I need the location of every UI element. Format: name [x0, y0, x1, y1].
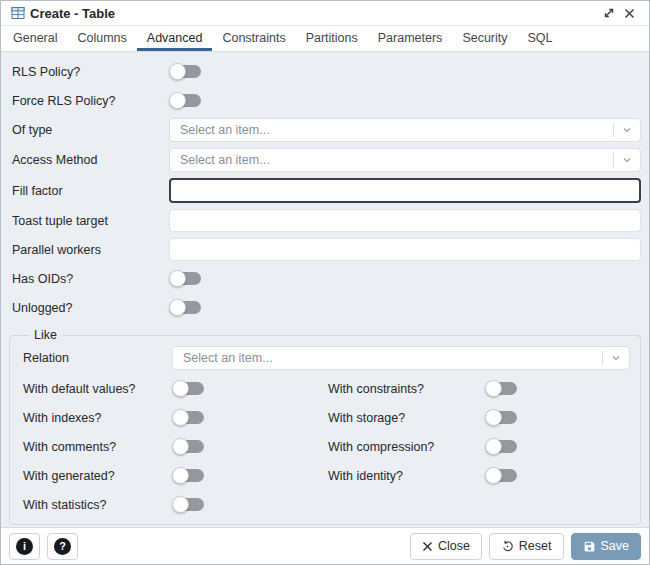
dialog-title: Create - Table [30, 6, 115, 21]
info-icon: i [16, 538, 33, 555]
create-table-dialog: Create - Table General Columns Advanced … [0, 0, 650, 565]
tab-columns[interactable]: Columns [67, 27, 136, 51]
with-compression-label: With compression? [325, 440, 485, 454]
fill-factor-label: Fill factor [9, 184, 169, 198]
with-generated-toggle[interactable] [172, 467, 205, 484]
field-row-of-type: Of type Select an item... [9, 118, 641, 142]
like-section-legend: Like [29, 328, 62, 342]
field-row-rls-policy: RLS Policy? [9, 60, 641, 83]
tab-sql[interactable]: SQL [518, 27, 563, 51]
field-with-indexes: With indexes? [20, 406, 325, 429]
unlogged-toggle[interactable] [169, 299, 202, 316]
sql-help-button[interactable]: i [9, 533, 40, 560]
field-row-has-oids: Has OIDs? [9, 267, 641, 290]
with-statistics-toggle[interactable] [172, 496, 205, 513]
field-with-compression: With compression? [325, 435, 630, 458]
field-row-fill-factor: Fill factor [9, 178, 641, 203]
fill-factor-input[interactable] [169, 178, 641, 203]
close-button-label: Close [438, 539, 470, 553]
close-button[interactable]: Close [410, 533, 482, 560]
maximize-icon[interactable] [599, 3, 619, 23]
dialog-help-button[interactable]: ? [47, 533, 78, 560]
unlogged-label: Unlogged? [9, 301, 169, 315]
close-icon[interactable] [619, 3, 639, 23]
with-identity-label: With identity? [325, 469, 485, 483]
relation-label: Relation [20, 351, 172, 365]
tab-advanced[interactable]: Advanced [137, 27, 213, 51]
chevron-down-icon[interactable] [614, 154, 640, 166]
field-row-unlogged: Unlogged? [9, 296, 641, 319]
of-type-select[interactable]: Select an item... [169, 118, 641, 142]
access-method-placeholder: Select an item... [170, 153, 613, 167]
table-icon [11, 6, 25, 20]
with-statistics-label: With statistics? [20, 498, 172, 512]
dialog-titlebar: Create - Table [1, 1, 649, 26]
save-icon [583, 540, 596, 553]
with-identity-toggle[interactable] [485, 467, 518, 484]
field-row-force-rls-policy: Force RLS Policy? [9, 89, 641, 112]
field-with-constraints: With constraints? [325, 377, 630, 400]
with-generated-label: With generated? [20, 469, 172, 483]
with-comments-toggle[interactable] [172, 438, 205, 455]
chevron-down-icon[interactable] [614, 124, 640, 136]
force-rls-policy-toggle[interactable] [169, 92, 202, 109]
with-constraints-toggle[interactable] [485, 380, 518, 397]
with-comments-label: With comments? [20, 440, 172, 454]
with-indexes-toggle[interactable] [172, 409, 205, 426]
reset-button[interactable]: Reset [489, 533, 564, 560]
like-toggle-grid: With default values? With constraints? W… [20, 377, 630, 522]
dialog-tabs: General Columns Advanced Constraints Par… [1, 26, 649, 52]
relation-select[interactable]: Select an item... [172, 346, 630, 370]
toast-tuple-target-input[interactable] [169, 209, 641, 232]
with-storage-toggle[interactable] [485, 409, 518, 426]
tab-general[interactable]: General [3, 27, 67, 51]
tab-constraints[interactable]: Constraints [212, 27, 295, 51]
with-indexes-label: With indexes? [20, 411, 172, 425]
tab-partitions[interactable]: Partitions [296, 27, 368, 51]
field-row-parallel-workers: Parallel workers [9, 238, 641, 261]
of-type-placeholder: Select an item... [170, 123, 613, 137]
reset-icon [501, 540, 514, 553]
parallel-workers-input[interactable] [169, 238, 641, 261]
with-constraints-label: With constraints? [325, 382, 485, 396]
toast-tuple-target-label: Toast tuple target [9, 214, 169, 228]
rls-policy-label: RLS Policy? [9, 65, 169, 79]
save-button[interactable]: Save [571, 533, 642, 560]
force-rls-policy-label: Force RLS Policy? [9, 94, 169, 108]
field-with-comments: With comments? [20, 435, 325, 458]
with-storage-label: With storage? [325, 411, 485, 425]
relation-placeholder: Select an item... [173, 351, 602, 365]
tab-parameters[interactable]: Parameters [368, 27, 453, 51]
field-row-relation: Relation Select an item... [20, 346, 630, 370]
close-x-icon [422, 541, 433, 552]
of-type-label: Of type [9, 123, 169, 137]
field-with-statistics: With statistics? [20, 493, 325, 516]
field-with-generated: With generated? [20, 464, 325, 487]
field-row-toast-tuple-target: Toast tuple target [9, 209, 641, 232]
with-default-values-label: With default values? [20, 382, 172, 396]
with-compression-toggle[interactable] [485, 438, 518, 455]
dialog-footer: i ? Close Reset Save [1, 527, 649, 564]
field-with-default-values: With default values? [20, 377, 325, 400]
has-oids-toggle[interactable] [169, 270, 202, 287]
access-method-label: Access Method [9, 153, 169, 167]
chevron-down-icon[interactable] [603, 352, 629, 364]
field-with-storage: With storage? [325, 406, 630, 429]
field-row-access-method: Access Method Select an item... [9, 148, 641, 172]
like-section: Like Relation Select an item... With def… [9, 328, 641, 525]
access-method-select[interactable]: Select an item... [169, 148, 641, 172]
reset-button-label: Reset [519, 539, 552, 553]
tab-security[interactable]: Security [452, 27, 517, 51]
with-default-values-toggle[interactable] [172, 380, 205, 397]
field-with-identity: With identity? [325, 464, 630, 487]
rls-policy-toggle[interactable] [169, 63, 202, 80]
parallel-workers-label: Parallel workers [9, 243, 169, 257]
empty-cell [325, 493, 630, 516]
save-button-label: Save [601, 539, 630, 553]
help-icon: ? [54, 538, 71, 555]
has-oids-label: Has OIDs? [9, 272, 169, 286]
dialog-body: RLS Policy? Force RLS Policy? Of type Se… [1, 52, 649, 527]
